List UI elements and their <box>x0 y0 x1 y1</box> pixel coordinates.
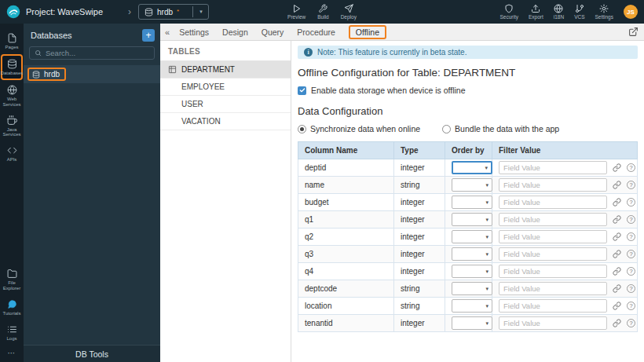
help-icon[interactable]: ? <box>627 250 635 258</box>
table-item-department[interactable]: DEPARTMENT <box>160 61 291 79</box>
table-row: q3 integer ▾ ? <box>298 246 638 263</box>
help-icon[interactable]: ? <box>627 181 635 189</box>
order-by-select[interactable]: ▾ <box>452 213 492 226</box>
enable-offline-checkbox[interactable]: Enable data storage when device is offli… <box>298 86 466 95</box>
order-by-select[interactable]: ▾ <box>452 161 492 174</box>
help-icon[interactable]: ? <box>627 267 635 276</box>
help-icon[interactable]: ? <box>627 232 635 241</box>
user-avatar[interactable]: JS <box>624 5 638 19</box>
db-tools-button[interactable]: DB Tools <box>24 345 160 362</box>
database-search-box[interactable] <box>29 46 155 60</box>
column-name-cell: q3 <box>298 246 394 263</box>
bind-variable-icon[interactable] <box>613 181 621 189</box>
table-item-user[interactable]: USER <box>160 96 291 113</box>
table-item-employee[interactable]: EMPLOYEE <box>160 79 291 96</box>
folder-icon <box>7 269 17 279</box>
radio-bundle-with-app[interactable]: Bundle the data with the app <box>442 124 559 133</box>
sidebar-item-file-explorer[interactable]: File Explorer <box>0 265 24 294</box>
filter-value-input[interactable] <box>499 196 607 209</box>
radio-unselected-icon <box>442 125 451 133</box>
tab-offline[interactable]: Offline <box>349 25 386 39</box>
bind-variable-icon[interactable] <box>613 302 621 310</box>
databases-panel-title: Databases <box>31 31 72 40</box>
preview-button[interactable]: Preview <box>287 4 306 20</box>
bind-variable-icon[interactable] <box>613 319 621 327</box>
tab-query[interactable]: Query <box>262 27 284 37</box>
order-by-select[interactable]: ▾ <box>452 265 492 278</box>
info-icon: i <box>304 48 313 57</box>
globe-icon <box>7 85 17 95</box>
deploy-button[interactable]: Deploy <box>341 4 357 20</box>
more-options-icon[interactable]: ⋯ <box>8 346 16 362</box>
bind-variable-icon[interactable] <box>613 163 621 172</box>
table-item-vacation[interactable]: VACATION <box>160 113 291 130</box>
databases-panel: Databases + hrdb DB Tools <box>24 24 160 362</box>
bind-variable-icon[interactable] <box>613 267 621 276</box>
sidebar-item-databases[interactable]: Databases <box>1 54 23 80</box>
security-button[interactable]: Security <box>499 4 518 20</box>
column-type-cell: integer <box>394 246 445 263</box>
i18n-button[interactable]: i18N <box>554 4 564 20</box>
column-name-cell: name <box>298 177 394 194</box>
sidebar-item-apis[interactable]: APIs <box>0 141 24 166</box>
sidebar-item-tutorials[interactable]: Tutorials <box>0 295 24 320</box>
order-by-select[interactable]: ▾ <box>452 299 492 313</box>
filter-value-input[interactable] <box>499 316 607 330</box>
bind-variable-icon[interactable] <box>613 250 621 258</box>
filter-value-input[interactable] <box>499 247 607 261</box>
tab-settings[interactable]: Settings <box>179 27 209 37</box>
git-branch-icon <box>575 4 584 13</box>
search-icon <box>35 49 42 57</box>
sidebar-item-java-services[interactable]: Java Services <box>0 112 24 141</box>
checkbox-checked-icon <box>298 86 306 95</box>
order-by-select[interactable]: ▾ <box>452 316 492 330</box>
bind-variable-icon[interactable] <box>613 215 621 224</box>
table-row: budget integer ▾ ? <box>298 194 638 211</box>
help-icon[interactable]: ? <box>627 319 635 327</box>
settings-button[interactable]: Settings <box>595 4 614 20</box>
export-icon <box>531 4 540 13</box>
order-by-select[interactable]: ▾ <box>452 282 492 295</box>
filter-value-input[interactable] <box>499 213 607 226</box>
radio-synchronize-online[interactable]: Synchronize data when online <box>298 124 420 133</box>
db-selector-dropdown[interactable]: hrdb * ▾ <box>138 4 209 20</box>
filter-value-input[interactable] <box>499 161 607 174</box>
filter-value-input[interactable] <box>499 230 607 243</box>
order-by-select[interactable]: ▾ <box>452 178 492 192</box>
add-database-button[interactable]: + <box>142 29 155 42</box>
database-item-hrdb[interactable]: hrdb <box>24 65 160 83</box>
pages-icon <box>7 33 17 43</box>
bind-variable-icon[interactable] <box>613 232 621 241</box>
help-icon[interactable]: ? <box>627 215 635 224</box>
help-icon[interactable]: ? <box>627 198 635 207</box>
sidebar-item-pages[interactable]: Pages <box>0 29 24 53</box>
tab-design[interactable]: Design <box>222 27 248 37</box>
filter-value-input[interactable] <box>499 282 607 295</box>
order-by-select[interactable]: ▾ <box>452 230 492 243</box>
coffee-icon <box>7 115 17 126</box>
export-button[interactable]: Export <box>529 4 543 20</box>
bind-variable-icon[interactable] <box>613 284 621 293</box>
bind-variable-icon[interactable] <box>613 198 621 207</box>
help-icon[interactable]: ? <box>627 302 635 310</box>
sidebar-item-logs[interactable]: Logs <box>0 320 24 345</box>
help-icon[interactable]: ? <box>627 163 635 172</box>
table-header-row: Column Name Type Order by Filter Value <box>298 142 638 159</box>
sidebar-item-web-services[interactable]: Web Services <box>0 81 24 111</box>
search-input[interactable] <box>46 49 149 57</box>
export-panel-icon[interactable] <box>628 27 639 37</box>
order-by-select[interactable]: ▾ <box>452 196 492 209</box>
table-row: deptcode string ▾ ? <box>298 280 638 298</box>
table-row: q4 integer ▾ ? <box>298 263 638 280</box>
filter-value-input[interactable] <box>499 265 607 278</box>
collapse-panel-icon[interactable]: « <box>165 27 170 37</box>
filter-value-input[interactable] <box>499 178 607 192</box>
tab-procedure[interactable]: Procedure <box>297 27 335 37</box>
vcs-button[interactable]: VCS <box>574 4 584 20</box>
filter-value-input[interactable] <box>499 299 607 313</box>
help-icon[interactable]: ? <box>627 284 635 293</box>
table-row: q2 integer ▾ ? <box>298 229 638 246</box>
wavemaker-logo-icon[interactable] <box>6 5 20 19</box>
build-button[interactable]: Build <box>317 4 328 20</box>
order-by-select[interactable]: ▾ <box>452 247 492 261</box>
